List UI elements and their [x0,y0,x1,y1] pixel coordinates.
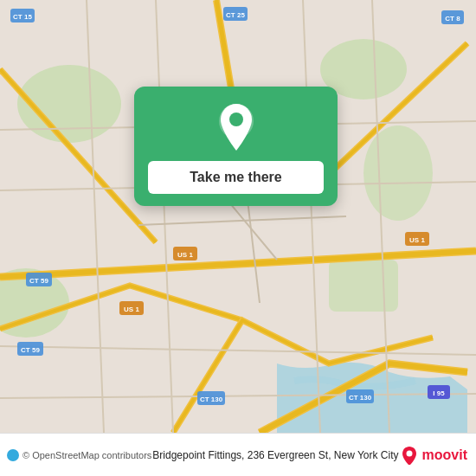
map-svg: CT 15 CT 25 CT 8 CT 8 US 1 US 1 CT 59 CT… [0,0,476,433]
svg-text:US 1: US 1 [177,251,193,259]
svg-text:CT 59: CT 59 [21,346,40,354]
location-card: Take me there [134,87,338,206]
moovit-icon [400,446,419,465]
svg-text:CT 130: CT 130 [349,394,372,402]
osm-logo [7,449,19,461]
map-container: CT 15 CT 25 CT 8 CT 8 US 1 US 1 CT 59 CT… [0,0,476,433]
svg-text:CT 59: CT 59 [29,277,48,285]
location-pin-icon [215,102,257,152]
svg-text:CT 15: CT 15 [13,13,32,21]
svg-text:CT 130: CT 130 [200,396,223,403]
svg-text:US 1: US 1 [124,306,139,313]
address-text: Bridgepoint Fittings, 236 Evergreen St, … [152,449,398,461]
svg-text:I 95: I 95 [433,389,445,397]
svg-text:CT 25: CT 25 [226,11,245,19]
svg-rect-5 [329,260,398,312]
take-me-there-button[interactable]: Take me there [148,161,324,194]
attribution-text: © OpenStreetMap contributors [23,450,151,460]
bottom-left-info: © OpenStreetMap contributors [7,449,151,461]
svg-point-31 [229,113,243,126]
svg-point-32 [406,450,412,456]
moovit-brand-text: moovit [422,447,467,463]
svg-text:CT 8: CT 8 [445,15,460,23]
svg-point-3 [363,125,433,221]
moovit-logo: moovit [400,446,467,465]
svg-text:US 1: US 1 [409,236,425,244]
bottom-bar: © OpenStreetMap contributors Bridgepoint… [0,433,476,476]
